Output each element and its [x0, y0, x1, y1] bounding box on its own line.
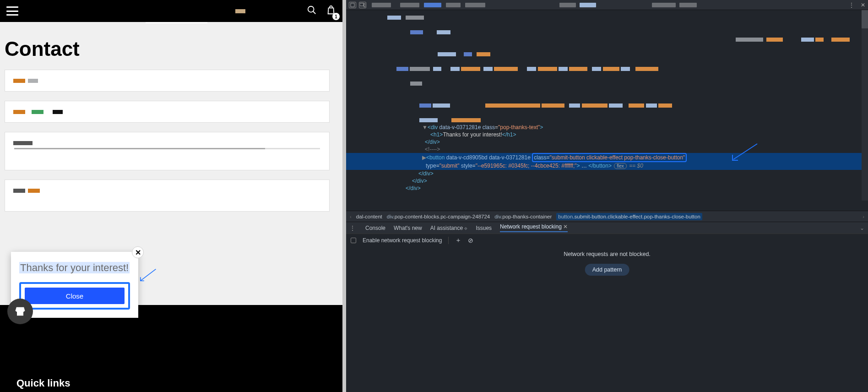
clear-patterns-icon[interactable]: ⊘	[468, 237, 473, 244]
popup-close-highlight: Close	[19, 282, 130, 310]
pane-splitter[interactable]	[342, 0, 346, 392]
selected-eq0: == $0	[629, 163, 643, 169]
cart-count-badge: 1	[332, 13, 340, 20]
form-field-name[interactable]	[5, 70, 330, 92]
popup-thanks-text: Thanks for your interest!	[19, 262, 130, 273]
menu-icon[interactable]	[6, 6, 18, 16]
device-icon[interactable]	[359, 2, 366, 8]
devtools-tab[interactable]	[580, 3, 596, 7]
not-blocked-message: Network requests are not blocked.	[346, 251, 868, 257]
devtools-more-icon[interactable]: ⋮	[849, 2, 854, 8]
form-field-message[interactable]	[5, 180, 330, 212]
breadcrumb-scroll-right[interactable]: ›	[863, 214, 864, 219]
network-blocking-body: Network requests are not blocked. Add pa…	[346, 246, 868, 392]
enable-blocking-checkbox[interactable]	[351, 238, 356, 243]
page-viewport: 1 Contact	[0, 0, 342, 392]
tab-close-icon[interactable]: ✕	[563, 223, 568, 230]
tab-ai-assistance[interactable]: AI assistance ⟐	[430, 225, 468, 231]
breadcrumb-item-selected[interactable]: button.submit-button.clickable-effect.po…	[556, 213, 702, 220]
devtools-close-icon[interactable]: ✕	[861, 2, 865, 8]
svg-point-0	[308, 6, 314, 12]
network-blocking-toolbar: Enable network request blocking ＋ ⊘	[346, 234, 868, 246]
drawer-more-icon[interactable]: ⋮	[350, 225, 355, 231]
code-tag: <div	[428, 124, 438, 131]
devtools-tab[interactable]	[465, 3, 485, 7]
breadcrumb-item[interactable]: div.pop-thanks-container	[494, 214, 552, 219]
search-icon[interactable]	[307, 5, 317, 17]
elements-breadcrumb: ‹ dal-content div.pop-content-blocks.pc-…	[346, 211, 868, 222]
form-field-email[interactable]	[5, 101, 330, 123]
breadcrumb-item[interactable]: div.pop-content-blocks.pc-campaign-24872…	[387, 214, 490, 219]
tab-console[interactable]: Console	[365, 225, 385, 231]
devtools: ⋮ ✕	[346, 0, 868, 392]
devtools-tab[interactable]	[372, 3, 391, 7]
site-logo	[235, 9, 245, 13]
inspect-icon[interactable]	[349, 2, 356, 8]
footer-quick-links-heading: Quick links	[16, 377, 70, 389]
svg-line-1	[313, 11, 316, 14]
devtools-tab[interactable]	[400, 3, 419, 7]
active-nav-indicator	[146, 22, 207, 23]
devtools-tab-active[interactable]	[424, 3, 441, 7]
devtools-tab[interactable]	[652, 3, 676, 7]
annotation-arrow-right	[731, 143, 758, 161]
add-pattern-icon[interactable]: ＋	[455, 236, 461, 245]
breadcrumb-scroll-left[interactable]: ‹	[350, 214, 352, 219]
devtools-tab[interactable]	[559, 3, 576, 7]
svg-rect-3	[351, 3, 354, 7]
svg-rect-4	[360, 3, 363, 6]
tab-network-request-blocking[interactable]: Network request blocking ✕	[500, 223, 568, 232]
drawer-collapse-icon[interactable]: ⌄	[860, 225, 864, 231]
enable-blocking-label: Enable network request blocking	[363, 237, 442, 244]
tab-issues[interactable]: Issues	[476, 225, 492, 231]
flex-badge[interactable]: flex	[614, 163, 627, 169]
annotation-arrow-left	[138, 268, 157, 282]
form-field-phone[interactable]	[5, 132, 330, 170]
devtools-tab[interactable]	[679, 3, 697, 7]
cart-button[interactable]: 1	[326, 5, 336, 17]
site-top-bar: 1	[0, 0, 342, 22]
sparkle-icon: ⟐	[464, 225, 467, 231]
tab-whats-new[interactable]: What's new	[394, 225, 422, 231]
chat-bubble-icon[interactable]	[7, 299, 33, 324]
drawer-tabs: ⋮ Console What's new AI assistance ⟐ Iss…	[346, 222, 868, 234]
popup-close-icon[interactable]: ✕	[132, 246, 144, 258]
breadcrumb-item[interactable]: dal-content	[356, 214, 382, 219]
popup-close-button[interactable]: Close	[25, 288, 125, 304]
svg-line-6	[733, 144, 757, 159]
page-title: Contact	[0, 22, 342, 65]
svg-line-2	[141, 269, 156, 281]
elements-scrollbar[interactable]	[862, 10, 868, 201]
svg-rect-5	[364, 4, 365, 7]
selected-element-line[interactable]: ▶<button data-v-cd8905bd data-v-0371281e…	[346, 153, 868, 162]
devtools-main-toolbar: ⋮ ✕	[346, 0, 868, 10]
devtools-tab[interactable]	[446, 3, 461, 7]
add-pattern-button[interactable]: Add pattern	[585, 264, 629, 276]
elements-panel[interactable]: ▼<div data-v-0371281e class="pop-thanks-…	[346, 10, 868, 211]
